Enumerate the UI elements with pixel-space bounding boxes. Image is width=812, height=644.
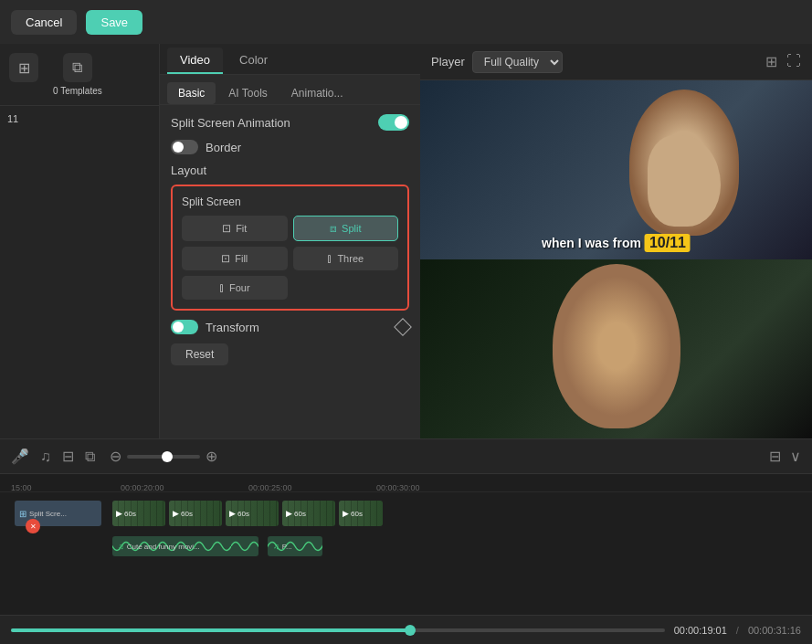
audio-clip-1[interactable]: ♫ Cute and funny movi...	[112, 536, 258, 556]
fit-icon: ⊡	[222, 222, 231, 235]
grid-icon: ⊞	[9, 53, 38, 82]
timeline-tracks: ⊞ Split Scre... ✕ ▶ 60s ▶ 60s ▶	[0, 492, 812, 615]
music-icon[interactable]: ♫	[40, 449, 51, 465]
caption-icon[interactable]: ⊟	[62, 448, 74, 465]
video-mockup: when I was from 10/11	[420, 80, 812, 438]
zoom-out-button[interactable]: ⊖	[110, 448, 121, 465]
zoom-in-button[interactable]: ⊕	[206, 448, 217, 465]
quality-select[interactable]: Full Quality	[472, 51, 563, 73]
progress-track[interactable]	[11, 628, 665, 632]
track-content-audio1: ♫ Cute and funny movi... ♫ P...	[7, 533, 812, 559]
ruler-mark-2: 00:00:25:00	[248, 483, 292, 492]
subtab-animation[interactable]: Animatio...	[280, 82, 354, 104]
time-total: 00:00:31:16	[748, 625, 801, 636]
clip-video-1[interactable]: ▶ 60s	[112, 501, 165, 526]
audio-clip-2[interactable]: ♫ P...	[268, 536, 322, 556]
zoom-slider-thumb	[162, 451, 173, 462]
clip-video-5[interactable]: ▶ 60s	[339, 501, 383, 526]
clip-video-4[interactable]: ▶ 60s	[282, 501, 335, 526]
clip-icon-5: ▶	[343, 509, 349, 518]
sub-tabs: Basic AI Tools Animatio...	[160, 75, 420, 105]
reset-button[interactable]: Reset	[171, 343, 228, 365]
top-bar: Cancel Save	[0, 0, 812, 44]
clip-label-4: 60s	[294, 510, 306, 518]
mic-icon[interactable]: 🎤	[11, 448, 29, 465]
split-animation-row: Split Screen Animation	[171, 114, 409, 131]
split-btn-three[interactable]: ⫿ Three	[293, 247, 399, 270]
border-toggle[interactable]	[171, 140, 198, 154]
clip-icon-1: ▶	[116, 509, 122, 518]
split-screen-box: Split Screen ⊡ Fit ⧈ Split ⊡ Fill	[171, 185, 409, 311]
sidebar-item-grid[interactable]: ⊞	[9, 53, 38, 96]
split-clip-label: Split Scre...	[29, 510, 67, 518]
list-icon[interactable]: ⊟	[769, 448, 781, 465]
tab-bar: Video Color	[160, 44, 420, 75]
split-btn-fill[interactable]: ⊡ Fill	[182, 247, 288, 270]
fullscreen-icon[interactable]: ⛶	[786, 53, 801, 70]
three-label: Three	[337, 253, 364, 264]
progress-bar-area: 00:00:19:01 / 00:00:31:16	[0, 615, 812, 644]
layout-title: Layout	[171, 164, 409, 177]
left-sidebar: ⊞ ⧉ 0 Templates 11	[0, 44, 160, 438]
tl-right-icons: ⊟ ∨	[769, 448, 801, 465]
ruler-mark-1: 00:00:20:00	[121, 483, 164, 492]
timeline-toolbar: 🎤 ♫ ⊟ ⧉ ⊖ ⊕ ⊟ ∨	[0, 439, 812, 474]
subtab-ai-tools[interactable]: AI Tools	[217, 82, 278, 104]
clip-icon-2: ▶	[173, 509, 179, 518]
player-area: Player Full Quality ⊞ ⛶ when I was from …	[420, 44, 812, 438]
diamond-icon[interactable]	[394, 318, 412, 336]
cancel-button[interactable]: Cancel	[11, 10, 77, 35]
split-clip-icon: ⊞	[19, 509, 26, 519]
grid-view-icon[interactable]: ⊞	[765, 53, 777, 70]
clip-video-2[interactable]: ▶ 60s	[169, 501, 222, 526]
clip-label-2: 60s	[181, 510, 193, 518]
transform-row: Transform	[171, 320, 409, 334]
split-clip[interactable]: ⊞ Split Scre... ✕	[15, 501, 101, 526]
templates-icon: ⧉	[63, 53, 92, 82]
sidebar-item-templates[interactable]: ⧉ 0 Templates	[53, 53, 102, 96]
templates-label: 0 Templates	[53, 86, 102, 96]
video-top-frame: when I was from 10/11	[420, 80, 812, 259]
save-button[interactable]: Save	[86, 10, 142, 35]
track-content-split: ⊞ Split Scre... ✕ ▶ 60s ▶ 60s ▶	[7, 501, 812, 526]
track-row-split: ⊞ Split Scre... ✕ ▶ 60s ▶ 60s ▶	[0, 496, 812, 531]
split-btn-split[interactable]: ⧈ Split	[293, 216, 399, 241]
panel-content: Split Screen Animation Border Layout Spl…	[160, 105, 420, 375]
split-animation-toggle[interactable]	[378, 114, 409, 131]
split-icon: ⧈	[330, 222, 337, 235]
transform-label: Transform	[206, 321, 259, 334]
timeline-ruler: 15:00 00:00:20:00 00:00:25:00 00:00:30:0…	[0, 474, 812, 492]
split-btn-fit[interactable]: ⊡ Fit	[182, 216, 288, 241]
split-animation-label: Split Screen Animation	[171, 116, 290, 130]
subtab-basic[interactable]: Basic	[167, 82, 216, 104]
split-btn-four[interactable]: ⫿ Four	[182, 276, 288, 300]
split-grid: ⊡ Fit ⧈ Split ⊡ Fill ⫿ T	[182, 216, 398, 300]
player-label: Player	[431, 55, 465, 69]
track-row-audio1: ♫ Cute and funny movi... ♫ P...	[0, 533, 812, 560]
fill-label: Fill	[235, 253, 248, 264]
progress-thumb	[405, 625, 416, 636]
three-icon: ⫿	[327, 252, 332, 265]
timeline-area: 🎤 ♫ ⊟ ⧉ ⊖ ⊕ ⊟ ∨ 15:00 00:00:20:00 00:00:…	[0, 438, 812, 644]
layout-section: Layout Split Screen ⊡ Fit ⧈ Split	[171, 164, 409, 311]
zoom-slider[interactable]	[127, 455, 200, 459]
border-row: Border	[171, 140, 409, 154]
subtitle-bar: when I was from 10/11	[542, 234, 691, 252]
split-screen-title: Split Screen	[182, 195, 398, 208]
tab-color[interactable]: Color	[227, 48, 280, 74]
expand-icon[interactable]: ∨	[790, 448, 801, 465]
transform-toggle[interactable]	[171, 320, 198, 334]
subtitle-highlight: 10/11	[645, 234, 691, 252]
audio-note-icon-2: ♫	[273, 542, 279, 551]
player-icons: ⊞ ⛶	[765, 53, 801, 70]
fill-icon: ⊡	[221, 252, 230, 265]
clip-label-1: 60s	[124, 510, 136, 518]
track-number: 11	[0, 106, 159, 132]
subtitle-text: when I was from	[542, 236, 641, 250]
clip-video-3[interactable]: ▶ 60s	[226, 501, 279, 526]
clip-label-5: 60s	[351, 510, 363, 518]
video-bottom-frame	[420, 259, 812, 438]
overlay-icon[interactable]: ⧉	[85, 449, 95, 465]
fit-label: Fit	[236, 223, 247, 234]
tab-video[interactable]: Video	[167, 48, 223, 74]
